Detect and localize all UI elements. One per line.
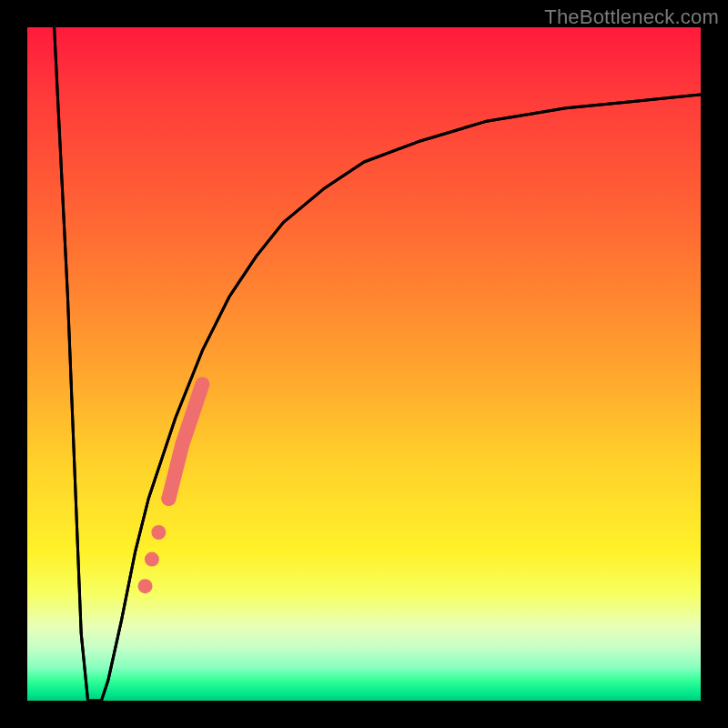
- highlight-dot: [145, 552, 159, 567]
- plot-area: [27, 27, 701, 701]
- watermark-text: TheBottleneck.com: [544, 5, 719, 29]
- chart-frame: TheBottleneck.com: [0, 0, 728, 728]
- highlight-dot: [161, 491, 176, 506]
- highlight-markers: [55, 27, 701, 701]
- bottleneck-curve: [55, 27, 701, 701]
- chart-overlay: [27, 27, 701, 701]
- highlight-dot: [151, 525, 166, 540]
- curve-path: [55, 27, 701, 701]
- highlight-dot: [138, 579, 153, 593]
- curve-path: [55, 27, 701, 701]
- highlight-underlay: [168, 384, 202, 499]
